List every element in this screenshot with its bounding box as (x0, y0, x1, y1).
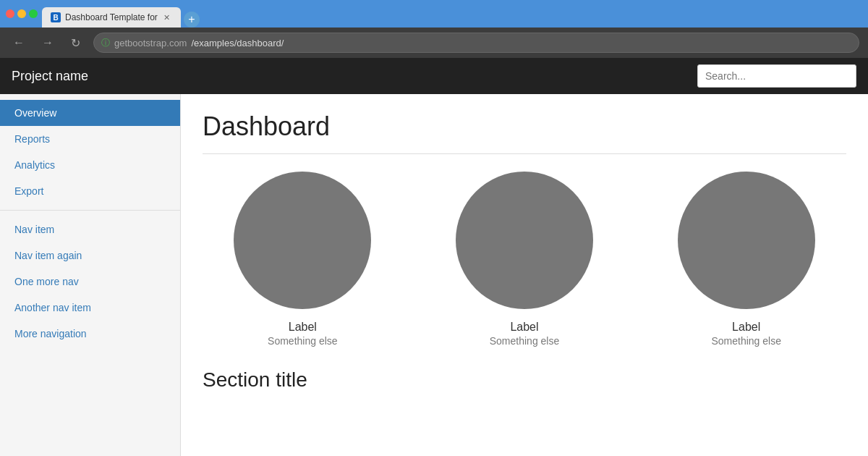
tab-bar: B Dashboard Template for ✕ + (42, 0, 862, 28)
card-circle-2 (456, 172, 593, 309)
browser-controls (6, 9, 38, 18)
forward-button[interactable]: → (38, 35, 58, 51)
app-brand: Project name (12, 69, 88, 84)
sidebar-divider (0, 210, 180, 211)
card-label-2: Label (510, 321, 538, 334)
sidebar-item-export[interactable]: Export (0, 178, 180, 204)
sidebar-item-reports[interactable]: Reports (0, 126, 180, 152)
new-tab-button[interactable]: + (184, 12, 200, 28)
app-navbar: Project name (0, 58, 868, 94)
card-label-1: Label (289, 321, 317, 334)
browser-tab[interactable]: B Dashboard Template for ✕ (42, 7, 181, 28)
sidebar-item-nav-item[interactable]: Nav item (0, 216, 180, 242)
sidebar-item-analytics[interactable]: Analytics (0, 152, 180, 178)
card-circle-3 (678, 172, 815, 309)
card-label-3: Label (732, 321, 760, 334)
sidebar-item-overview[interactable]: Overview (0, 100, 180, 126)
url-bar[interactable]: ⓘ getbootstrap.com /examples/dashboard/ (93, 33, 859, 53)
ssl-icon: ⓘ (101, 37, 110, 49)
url-domain: getbootstrap.com (114, 38, 187, 48)
card-circle-1 (234, 172, 371, 309)
title-divider (203, 153, 846, 154)
minimize-window-btn[interactable] (17, 9, 26, 18)
sidebar-item-another-nav-item[interactable]: Another nav item (0, 295, 180, 321)
browser-chrome: B Dashboard Template for ✕ + (0, 0, 868, 28)
main-content: Dashboard Label Something else Label Som… (181, 94, 868, 456)
card-item-3: Label Something else (646, 172, 846, 347)
card-item-2: Label Something else (425, 172, 625, 347)
search-input[interactable] (697, 64, 856, 88)
sidebar-item-nav-item-again[interactable]: Nav item again (0, 242, 180, 269)
card-sublabel-3: Something else (711, 335, 781, 347)
address-bar: ← → ↻ ⓘ getbootstrap.com /examples/dashb… (0, 28, 868, 58)
section-title: Section title (203, 368, 846, 392)
page-title: Dashboard (203, 111, 846, 142)
close-window-btn[interactable] (6, 9, 14, 18)
tab-favicon: B (51, 12, 61, 22)
cards-row: Label Something else Label Something els… (203, 172, 846, 347)
url-path: /examples/dashboard/ (191, 38, 284, 48)
card-sublabel-2: Something else (490, 335, 560, 347)
card-sublabel-1: Something else (268, 335, 338, 347)
tab-title: Dashboard Template for (65, 12, 158, 22)
maximize-window-btn[interactable] (29, 9, 38, 18)
app-layout: Overview Reports Analytics Export Nav it… (0, 94, 868, 456)
sidebar-item-more-navigation[interactable]: More navigation (0, 321, 180, 347)
tab-close-button[interactable]: ✕ (162, 12, 172, 22)
refresh-button[interactable]: ↻ (67, 35, 85, 51)
back-button[interactable]: ← (9, 35, 29, 51)
sidebar: Overview Reports Analytics Export Nav it… (0, 94, 181, 456)
sidebar-item-one-more-nav[interactable]: One more nav (0, 269, 180, 295)
card-item-1: Label Something else (203, 172, 403, 347)
